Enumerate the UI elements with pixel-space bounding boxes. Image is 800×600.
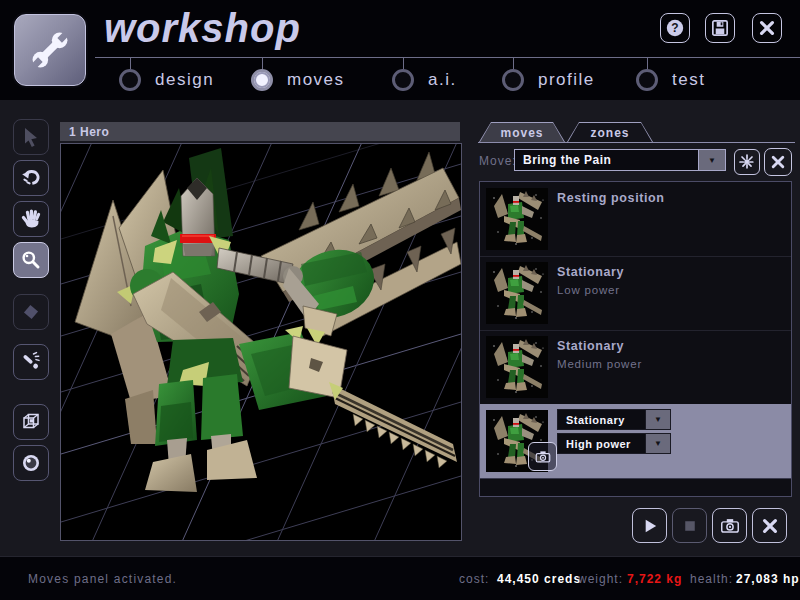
move-thumbnail — [486, 188, 548, 250]
move-row-stationary-medium[interactable]: Stationary Medium power — [480, 330, 791, 405]
nav-label: design — [155, 70, 214, 90]
wrench-icon — [24, 24, 76, 76]
move-power-value: High power — [566, 434, 631, 453]
robot-3d-scene — [61, 144, 461, 540]
zoom-tool-button[interactable] — [13, 242, 49, 278]
cube-tool-button[interactable] — [13, 404, 49, 440]
pan-tool-button[interactable] — [13, 201, 49, 237]
undo-tool-button[interactable] — [13, 160, 49, 196]
snapshot-button[interactable] — [712, 508, 747, 543]
move-select[interactable]: Bring the Pain ▼ — [514, 149, 726, 171]
tab-label: moves — [480, 123, 564, 142]
status-message: Moves panel activated. — [28, 572, 177, 586]
play-icon — [640, 516, 660, 536]
select-tool-button[interactable] — [13, 119, 49, 155]
move-row-selected[interactable]: Stationary ▼ High power ▼ — [480, 404, 791, 479]
move-type-value: Stationary — [566, 410, 625, 429]
move-row-resting[interactable]: Resting position — [480, 182, 791, 257]
close-icon — [758, 19, 776, 37]
cost-value: 44,450 creds — [497, 572, 581, 586]
undo-rotate-icon — [20, 167, 42, 189]
tab-ai[interactable]: a.i. — [392, 68, 457, 92]
nav-label: test — [672, 70, 705, 90]
cursor-icon — [20, 126, 42, 148]
move-row-stationary-low[interactable]: Stationary Low power — [480, 256, 791, 331]
move-power-select[interactable]: High power ▼ — [557, 433, 671, 454]
snapshot-thumbnail-button[interactable] — [528, 442, 557, 471]
nav-divider — [95, 57, 800, 58]
tab-test[interactable]: test — [636, 68, 705, 92]
diamond-icon — [20, 301, 42, 323]
svg-text:?: ? — [671, 21, 678, 35]
question-icon: ? — [665, 18, 685, 38]
camera-icon — [534, 448, 552, 466]
close-panel-button[interactable] — [752, 508, 787, 543]
radio-icon — [392, 69, 414, 91]
help-button[interactable]: ? — [660, 13, 690, 43]
move-select-value: Bring the Pain — [523, 150, 611, 170]
close-move-button[interactable] — [764, 148, 792, 176]
eye-icon — [20, 452, 42, 474]
tab-design[interactable]: design — [119, 68, 214, 92]
tab-zones-panel[interactable]: zones — [567, 122, 653, 142]
move-type-select[interactable]: Stationary ▼ — [557, 409, 671, 430]
move-title: Stationary — [557, 339, 624, 353]
radio-icon — [636, 69, 658, 91]
tab-label: zones — [568, 123, 652, 142]
move-label: Move: — [479, 154, 517, 168]
cost-label: cost: — [459, 572, 489, 586]
warning-tool-button[interactable] — [13, 344, 49, 380]
panel-divider — [478, 142, 795, 143]
stop-button[interactable] — [672, 508, 707, 543]
chevron-down-icon[interactable]: ▼ — [698, 150, 725, 170]
weight-value: 7,722 kg — [627, 572, 682, 586]
move-thumbnail — [486, 262, 548, 324]
radio-icon — [119, 69, 141, 91]
moves-list: Resting position Stationary Low power St… — [479, 181, 792, 497]
close-icon — [770, 154, 786, 170]
weight-label: weight: — [578, 572, 623, 586]
tab-profile[interactable]: profile — [502, 68, 595, 92]
stop-icon — [680, 516, 700, 536]
move-subtitle: Low power — [557, 284, 620, 296]
tab-moves[interactable]: moves — [251, 68, 345, 92]
viewport-3d[interactable] — [60, 143, 462, 541]
play-button[interactable] — [632, 508, 667, 543]
close-icon — [761, 517, 779, 535]
hand-icon — [20, 208, 42, 230]
status-bar: Moves panel activated. cost: 44,450 cred… — [0, 556, 800, 600]
top-bar: workshop design moves a.i. profile test … — [0, 0, 800, 100]
exclaim-icon — [20, 351, 42, 373]
nav-label: a.i. — [428, 70, 457, 90]
magnifier-icon — [20, 249, 42, 271]
radio-icon — [502, 69, 524, 91]
close-button[interactable] — [752, 13, 782, 43]
rotate-object-tool-button[interactable] — [13, 294, 49, 330]
save-button[interactable] — [705, 13, 735, 43]
chevron-down-icon[interactable]: ▼ — [645, 434, 670, 453]
move-title: Resting position — [557, 191, 665, 205]
camera-icon — [719, 515, 741, 537]
radio-selected-icon — [251, 69, 273, 91]
nav-label: profile — [538, 70, 595, 90]
viewport-header: 1 Hero — [60, 122, 460, 141]
floppy-icon — [710, 18, 730, 38]
app-title: workshop — [104, 6, 301, 51]
move-title: Stationary — [557, 265, 624, 279]
move-subtitle: Medium power — [557, 358, 642, 370]
render-tool-button[interactable] — [13, 445, 49, 481]
burst-icon — [739, 154, 755, 170]
new-move-button[interactable] — [734, 149, 760, 175]
move-thumbnail — [486, 336, 548, 398]
nav-label: moves — [287, 70, 345, 90]
tab-moves-panel[interactable]: moves — [479, 122, 565, 142]
cube-icon — [20, 411, 42, 433]
health-value: 27,083 hp — [736, 572, 800, 586]
chevron-down-icon[interactable]: ▼ — [645, 410, 670, 429]
viewport-title: 1 Hero — [69, 125, 109, 139]
workshop-logo — [14, 14, 86, 86]
health-label: health: — [690, 572, 733, 586]
